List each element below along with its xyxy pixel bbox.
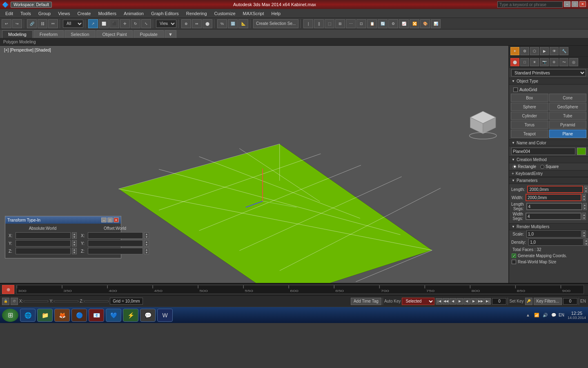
taskbar-app-firefox[interactable]: 🦊: [54, 309, 70, 322]
play-button[interactable]: ▶: [457, 298, 463, 305]
tray-volume[interactable]: 🔊: [541, 312, 549, 319]
torus-button[interactable]: Torus: [511, 121, 548, 129]
move-button[interactable]: ✛: [120, 19, 130, 28]
clone-button[interactable]: ⊡: [356, 19, 366, 28]
off-z-spin[interactable]: ▲ ▼: [144, 248, 149, 254]
select-region-button[interactable]: ⬜: [99, 19, 109, 28]
schematic-button[interactable]: 🔀: [410, 19, 419, 28]
abs-y-spin-down[interactable]: ▼: [72, 243, 76, 246]
undo-button[interactable]: ↩: [2, 19, 11, 28]
abs-y-spin[interactable]: ▲ ▼: [72, 240, 77, 247]
taskbar-app-3dsmax[interactable]: 📧: [89, 309, 104, 322]
add-time-btn[interactable]: Add Time Tag: [351, 298, 381, 305]
view-dropdown[interactable]: View: [156, 20, 176, 28]
taskbar-app-utorrent[interactable]: ⚡: [123, 309, 138, 322]
rectangle-radio[interactable]: Rectangle: [512, 164, 536, 169]
abs-z-spin-down[interactable]: ▼: [72, 251, 76, 254]
off-x-spin[interactable]: ▲ ▼: [144, 232, 149, 239]
panel-tab-hierarchy[interactable]: ⬡: [530, 47, 539, 55]
tab-populate[interactable]: Populate: [134, 30, 163, 38]
parameters-section-header[interactable]: ▼ Parameters: [509, 177, 588, 184]
sub-tab-cameras[interactable]: 📷: [540, 58, 549, 66]
unlink-button[interactable]: ⛓: [38, 19, 47, 28]
generate-mapping-checkbox[interactable]: ✓: [512, 254, 516, 258]
xref-button[interactable]: 🔄: [378, 19, 388, 28]
taskbar-app-chrome[interactable]: 🔵: [71, 309, 87, 322]
lock-icon[interactable]: 🔒: [2, 298, 9, 305]
menu-create[interactable]: Create: [74, 10, 94, 17]
plane-button[interactable]: Plane: [549, 130, 587, 138]
menu-group[interactable]: Group: [35, 10, 54, 17]
align-button[interactable]: ⬤: [203, 19, 212, 28]
abs-y-input[interactable]: [16, 240, 71, 247]
panel-tab-display[interactable]: 👁: [550, 47, 559, 55]
frame-input[interactable]: [492, 298, 506, 305]
panel-tab-create[interactable]: ✦: [510, 47, 519, 55]
mirror2-button[interactable]: ⬚: [325, 19, 334, 28]
off-z-input[interactable]: [88, 248, 143, 254]
length-segs-spin-up[interactable]: ▲: [584, 203, 586, 206]
frame-input2[interactable]: [563, 298, 577, 305]
abs-z-spin-up[interactable]: ▲: [72, 248, 76, 251]
render-multipliers-header[interactable]: ▼ Render Multipliers: [509, 223, 588, 230]
scale-input[interactable]: [526, 230, 581, 238]
taskbar-app-skype[interactable]: 💙: [106, 309, 121, 322]
tray-up-arrow[interactable]: ▲: [524, 312, 532, 319]
array-button[interactable]: ⊞: [335, 19, 345, 28]
abs-x-spin-down[interactable]: ▼: [72, 236, 76, 238]
close-button[interactable]: ✕: [579, 1, 586, 7]
properties-button[interactable]: ⚙: [388, 19, 398, 28]
name-color-section-header[interactable]: ▼ Name and Color: [509, 139, 588, 146]
sub-tab-helpers[interactable]: ✛: [550, 58, 559, 66]
off-z-spin-up[interactable]: ▲: [145, 248, 149, 251]
tray-network[interactable]: 📶: [533, 312, 540, 319]
menu-customize[interactable]: Customize: [211, 10, 239, 17]
panel-tab-modify[interactable]: ⚙: [520, 47, 529, 55]
pyramid-button[interactable]: Pyramid: [549, 121, 587, 129]
create-selection-button[interactable]: Create Selection Se...: [253, 19, 298, 28]
dialog-minimize-button[interactable]: –: [101, 218, 107, 222]
sub-tab-shapes[interactable]: □: [520, 58, 529, 66]
off-y-spin[interactable]: ▲ ▼: [144, 240, 149, 247]
panel-tab-motion[interactable]: ▶: [540, 47, 549, 55]
density-spin-up[interactable]: ▲: [585, 239, 588, 242]
rotate-button[interactable]: ↻: [131, 19, 140, 28]
taskbar-app-word[interactable]: W: [157, 309, 173, 322]
curve-button[interactable]: 📈: [399, 19, 409, 28]
material-button[interactable]: 🎨: [420, 19, 430, 28]
named-sel-1[interactable]: |: [303, 19, 313, 28]
box-button[interactable]: Box: [511, 94, 548, 102]
select-button[interactable]: ↗: [88, 19, 98, 28]
scale-spin-up[interactable]: ▲: [583, 231, 586, 234]
angle-snap-button[interactable]: 📐: [238, 19, 248, 28]
cylinder-button[interactable]: Cylinder: [511, 112, 548, 120]
explorer-button[interactable]: 📊: [431, 19, 441, 28]
menu-edit[interactable]: Edit: [2, 10, 16, 17]
creation-method-section-header[interactable]: ▼ Creation Method: [509, 156, 588, 163]
length-spin-up[interactable]: ▲: [584, 186, 587, 189]
off-z-spin-down[interactable]: ▼: [145, 251, 149, 254]
taskbar-app-explorer[interactable]: 📁: [37, 309, 53, 322]
tube-button[interactable]: Tube: [549, 112, 587, 120]
cone-button[interactable]: Cone: [549, 94, 587, 102]
scale-button[interactable]: ⤡: [141, 19, 151, 28]
start-button[interactable]: ⊞: [2, 309, 18, 322]
width-input[interactable]: [526, 194, 581, 201]
add-time-key-button[interactable]: ⊕: [2, 285, 14, 294]
tab-freeform[interactable]: Freeform: [33, 30, 64, 38]
mirror-button[interactable]: ⇔: [192, 19, 202, 28]
menu-help[interactable]: Help: [268, 10, 284, 17]
object-type-section-header[interactable]: ▼ Object Type: [509, 78, 588, 85]
abs-x-spin[interactable]: ▲ ▼: [72, 232, 77, 239]
play-reverse-button[interactable]: ◀: [463, 298, 470, 305]
off-x-spin-up[interactable]: ▲: [145, 233, 149, 236]
abs-z-spin[interactable]: ▲ ▼: [72, 248, 77, 254]
workspace-label[interactable]: Workspace: Default: [11, 2, 52, 8]
panel-tab-utilities[interactable]: 🔧: [559, 47, 568, 55]
menu-modifiers[interactable]: Modifiers: [95, 10, 120, 17]
next-frame-button[interactable]: ▶▶: [477, 298, 484, 305]
width-segs-spin-down[interactable]: ▼: [583, 216, 586, 220]
time-icon[interactable]: ⏱: [11, 298, 18, 305]
taskbar-clock[interactable]: 12:25 14.03.2014: [568, 311, 586, 320]
density-spin[interactable]: ▲ ▼: [584, 238, 588, 246]
